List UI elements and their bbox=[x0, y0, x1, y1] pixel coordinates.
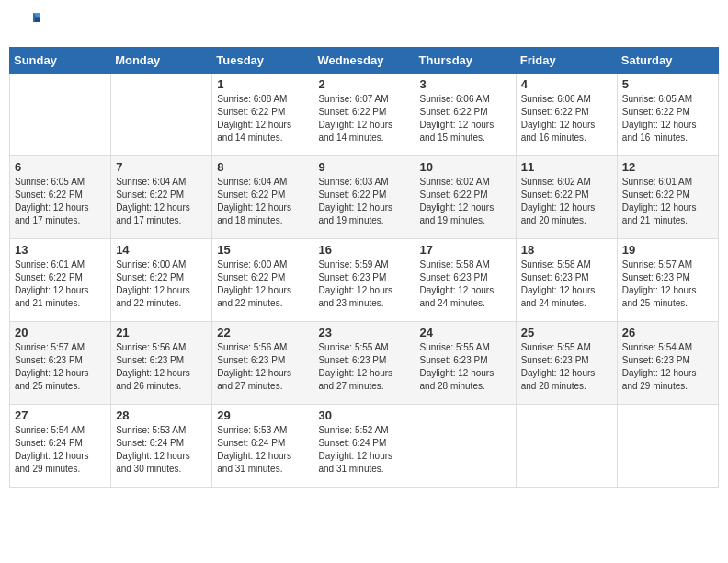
page-header bbox=[9, 9, 719, 40]
calendar-cell: 5Sunrise: 6:05 AM Sunset: 6:22 PM Daylig… bbox=[617, 73, 718, 155]
weekday-header-row: SundayMondayTuesdayWednesdayThursdayFrid… bbox=[10, 47, 719, 73]
calendar-cell bbox=[111, 73, 212, 155]
day-number: 6 bbox=[15, 160, 106, 174]
day-number: 22 bbox=[217, 326, 308, 339]
day-info: Sunrise: 6:01 AM Sunset: 6:22 PM Dayligh… bbox=[15, 259, 106, 310]
calendar-table: SundayMondayTuesdayWednesdayThursdayFrid… bbox=[9, 47, 719, 488]
calendar-cell: 20Sunrise: 5:57 AM Sunset: 6:23 PM Dayli… bbox=[10, 321, 111, 404]
day-info: Sunrise: 6:01 AM Sunset: 6:22 PM Dayligh… bbox=[622, 176, 713, 227]
day-info: Sunrise: 5:54 AM Sunset: 6:24 PM Dayligh… bbox=[15, 424, 106, 476]
calendar-cell: 24Sunrise: 5:55 AM Sunset: 6:23 PM Dayli… bbox=[415, 321, 516, 404]
calendar-cell: 9Sunrise: 6:03 AM Sunset: 6:22 PM Daylig… bbox=[313, 155, 415, 238]
day-number: 4 bbox=[521, 77, 612, 91]
day-number: 5 bbox=[622, 77, 713, 91]
weekday-header-wednesday: Wednesday bbox=[313, 47, 415, 73]
weekday-header-sunday: Sunday bbox=[10, 47, 111, 73]
day-info: Sunrise: 5:58 AM Sunset: 6:23 PM Dayligh… bbox=[420, 259, 511, 310]
day-number: 11 bbox=[521, 160, 612, 174]
calendar-cell: 23Sunrise: 5:55 AM Sunset: 6:23 PM Dayli… bbox=[313, 321, 415, 404]
calendar-week-4: 27Sunrise: 5:54 AM Sunset: 6:24 PM Dayli… bbox=[10, 404, 719, 487]
day-number: 3 bbox=[420, 77, 511, 91]
day-number: 21 bbox=[116, 326, 207, 339]
day-info: Sunrise: 5:59 AM Sunset: 6:23 PM Dayligh… bbox=[318, 259, 409, 310]
day-info: Sunrise: 5:56 AM Sunset: 6:23 PM Dayligh… bbox=[217, 341, 308, 393]
calendar-week-3: 20Sunrise: 5:57 AM Sunset: 6:23 PM Dayli… bbox=[10, 321, 719, 404]
calendar-cell: 29Sunrise: 5:53 AM Sunset: 6:24 PM Dayli… bbox=[212, 404, 313, 487]
day-number: 9 bbox=[318, 160, 409, 174]
day-info: Sunrise: 6:00 AM Sunset: 6:22 PM Dayligh… bbox=[116, 259, 207, 310]
day-number: 24 bbox=[420, 326, 511, 339]
day-info: Sunrise: 6:02 AM Sunset: 6:22 PM Dayligh… bbox=[521, 176, 612, 227]
day-info: Sunrise: 5:58 AM Sunset: 6:23 PM Dayligh… bbox=[521, 259, 612, 310]
day-number: 15 bbox=[217, 243, 308, 257]
weekday-header-monday: Monday bbox=[111, 47, 212, 73]
day-number: 20 bbox=[15, 326, 106, 339]
weekday-header-friday: Friday bbox=[516, 47, 617, 73]
calendar-cell: 17Sunrise: 5:58 AM Sunset: 6:23 PM Dayli… bbox=[415, 238, 516, 321]
calendar-week-0: 1Sunrise: 6:08 AM Sunset: 6:22 PM Daylig… bbox=[10, 73, 719, 155]
day-info: Sunrise: 5:57 AM Sunset: 6:23 PM Dayligh… bbox=[15, 341, 106, 393]
calendar-cell: 22Sunrise: 5:56 AM Sunset: 6:23 PM Dayli… bbox=[212, 321, 313, 404]
day-number: 2 bbox=[318, 77, 409, 91]
day-info: Sunrise: 6:08 AM Sunset: 6:22 PM Dayligh… bbox=[217, 93, 308, 144]
day-info: Sunrise: 6:04 AM Sunset: 6:22 PM Dayligh… bbox=[217, 176, 308, 227]
day-info: Sunrise: 5:54 AM Sunset: 6:23 PM Dayligh… bbox=[622, 341, 713, 393]
day-info: Sunrise: 5:53 AM Sunset: 6:24 PM Dayligh… bbox=[217, 424, 308, 476]
day-info: Sunrise: 5:56 AM Sunset: 6:23 PM Dayligh… bbox=[116, 341, 207, 393]
calendar-cell: 11Sunrise: 6:02 AM Sunset: 6:22 PM Dayli… bbox=[516, 155, 617, 238]
day-number: 10 bbox=[420, 160, 511, 174]
day-info: Sunrise: 6:06 AM Sunset: 6:22 PM Dayligh… bbox=[521, 93, 612, 144]
calendar-cell: 21Sunrise: 5:56 AM Sunset: 6:23 PM Dayli… bbox=[111, 321, 212, 404]
calendar-cell bbox=[415, 404, 516, 487]
day-number: 13 bbox=[15, 243, 106, 257]
calendar-cell: 30Sunrise: 5:52 AM Sunset: 6:24 PM Dayli… bbox=[313, 404, 415, 487]
calendar-cell: 10Sunrise: 6:02 AM Sunset: 6:22 PM Dayli… bbox=[415, 155, 516, 238]
calendar-cell: 4Sunrise: 6:06 AM Sunset: 6:22 PM Daylig… bbox=[516, 73, 617, 155]
calendar-cell: 16Sunrise: 5:59 AM Sunset: 6:23 PM Dayli… bbox=[313, 238, 415, 321]
day-info: Sunrise: 6:02 AM Sunset: 6:22 PM Dayligh… bbox=[420, 176, 511, 227]
day-info: Sunrise: 6:06 AM Sunset: 6:22 PM Dayligh… bbox=[420, 93, 511, 144]
calendar-cell: 15Sunrise: 6:00 AM Sunset: 6:22 PM Dayli… bbox=[212, 238, 313, 321]
day-number: 28 bbox=[116, 408, 207, 422]
day-number: 30 bbox=[318, 408, 409, 422]
day-info: Sunrise: 5:55 AM Sunset: 6:23 PM Dayligh… bbox=[318, 341, 409, 393]
day-number: 8 bbox=[217, 160, 308, 174]
calendar-week-1: 6Sunrise: 6:05 AM Sunset: 6:22 PM Daylig… bbox=[10, 155, 719, 238]
calendar-cell: 25Sunrise: 5:55 AM Sunset: 6:23 PM Dayli… bbox=[516, 321, 617, 404]
logo-icon bbox=[15, 9, 42, 35]
logo bbox=[13, 9, 42, 40]
calendar-cell: 6Sunrise: 6:05 AM Sunset: 6:22 PM Daylig… bbox=[10, 155, 111, 238]
day-info: Sunrise: 6:05 AM Sunset: 6:22 PM Dayligh… bbox=[15, 176, 106, 227]
calendar-cell: 19Sunrise: 5:57 AM Sunset: 6:23 PM Dayli… bbox=[617, 238, 718, 321]
day-number: 17 bbox=[420, 243, 511, 257]
day-info: Sunrise: 6:00 AM Sunset: 6:22 PM Dayligh… bbox=[217, 259, 308, 310]
weekday-header-thursday: Thursday bbox=[415, 47, 516, 73]
day-info: Sunrise: 6:07 AM Sunset: 6:22 PM Dayligh… bbox=[318, 93, 409, 144]
calendar-cell: 26Sunrise: 5:54 AM Sunset: 6:23 PM Dayli… bbox=[617, 321, 718, 404]
day-number: 16 bbox=[318, 243, 409, 257]
day-number: 25 bbox=[521, 326, 612, 339]
calendar-cell bbox=[617, 404, 718, 487]
day-info: Sunrise: 6:04 AM Sunset: 6:22 PM Dayligh… bbox=[116, 176, 207, 227]
day-number: 1 bbox=[217, 77, 308, 91]
calendar-cell: 8Sunrise: 6:04 AM Sunset: 6:22 PM Daylig… bbox=[212, 155, 313, 238]
calendar-cell bbox=[516, 404, 617, 487]
calendar-cell: 3Sunrise: 6:06 AM Sunset: 6:22 PM Daylig… bbox=[415, 73, 516, 155]
day-info: Sunrise: 5:55 AM Sunset: 6:23 PM Dayligh… bbox=[420, 341, 511, 393]
day-number: 23 bbox=[318, 326, 409, 339]
calendar-cell: 1Sunrise: 6:08 AM Sunset: 6:22 PM Daylig… bbox=[212, 73, 313, 155]
calendar-cell: 2Sunrise: 6:07 AM Sunset: 6:22 PM Daylig… bbox=[313, 73, 415, 155]
calendar-cell: 14Sunrise: 6:00 AM Sunset: 6:22 PM Dayli… bbox=[111, 238, 212, 321]
day-info: Sunrise: 6:05 AM Sunset: 6:22 PM Dayligh… bbox=[622, 93, 713, 144]
day-number: 29 bbox=[217, 408, 308, 422]
day-number: 19 bbox=[622, 243, 713, 257]
day-info: Sunrise: 5:55 AM Sunset: 6:23 PM Dayligh… bbox=[521, 341, 612, 393]
calendar-week-2: 13Sunrise: 6:01 AM Sunset: 6:22 PM Dayli… bbox=[10, 238, 719, 321]
calendar-cell: 28Sunrise: 5:53 AM Sunset: 6:24 PM Dayli… bbox=[111, 404, 212, 487]
calendar-cell: 13Sunrise: 6:01 AM Sunset: 6:22 PM Dayli… bbox=[10, 238, 111, 321]
day-number: 14 bbox=[116, 243, 207, 257]
day-number: 7 bbox=[116, 160, 207, 174]
day-info: Sunrise: 6:03 AM Sunset: 6:22 PM Dayligh… bbox=[318, 176, 409, 227]
calendar-cell: 7Sunrise: 6:04 AM Sunset: 6:22 PM Daylig… bbox=[111, 155, 212, 238]
weekday-header-tuesday: Tuesday bbox=[212, 47, 313, 73]
